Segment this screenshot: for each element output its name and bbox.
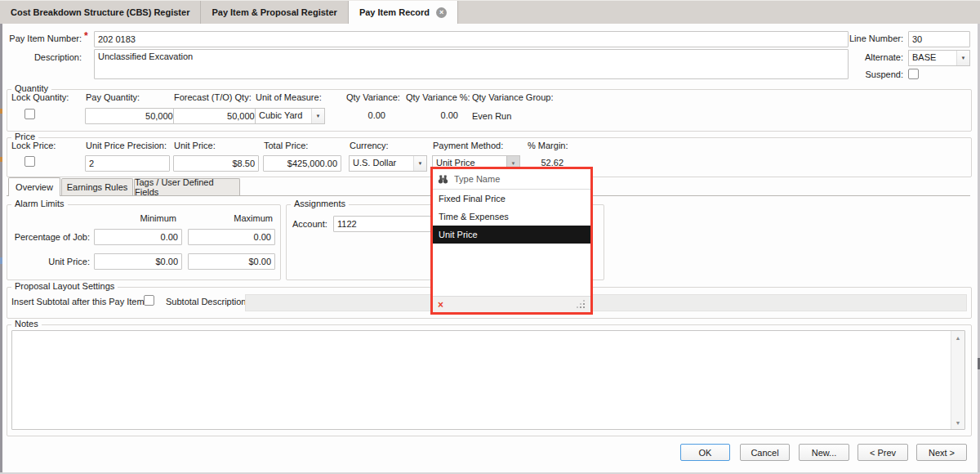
- dropdown-item-time-expenses[interactable]: Time & Expenses: [433, 208, 590, 226]
- lock-quantity-checkbox[interactable]: [24, 109, 35, 119]
- lock-price-checkbox[interactable]: [24, 156, 35, 167]
- prev-button[interactable]: < Prev: [858, 444, 908, 461]
- subtab-overview[interactable]: Overview: [8, 177, 60, 196]
- lock-quantity-label: Lock Quantity:: [11, 92, 69, 102]
- payment-method-dropdown-popup: Fixed Final Price Time & Expenses Unit P…: [430, 167, 593, 315]
- subtotal-description-label: Subtotal Description:: [166, 297, 249, 306]
- unit-price-max-input[interactable]: [188, 253, 275, 270]
- currency-combo[interactable]: U.S. Dollar ▼: [349, 155, 427, 172]
- ok-button[interactable]: OK: [680, 444, 730, 461]
- description-label: Description:: [7, 52, 82, 62]
- pay-quantity-label: Pay Quantity:: [86, 92, 140, 102]
- payment-method-label: Payment Method:: [433, 141, 503, 150]
- unit-of-measure-label: Unit of Measure:: [256, 92, 322, 102]
- dropdown-footer: ×: [433, 296, 590, 312]
- forecast-qty-label: Forecast (T/O) Qty:: [174, 92, 252, 102]
- close-tab-icon[interactable]: ×: [436, 7, 447, 18]
- pct-job-max-input[interactable]: [188, 229, 275, 245]
- quantity-legend: Quantity: [11, 83, 51, 93]
- description-input[interactable]: Unclassified Excavation: [94, 49, 849, 79]
- total-price-label: Total Price:: [264, 141, 308, 150]
- notes-scrollbar[interactable]: ▲ ▼: [951, 331, 964, 429]
- chevron-down-icon[interactable]: ▼: [311, 109, 324, 123]
- unit-price-precision-label: Unit Price Precision:: [86, 141, 167, 150]
- subtab-tags-user-defined-fields[interactable]: Tags / User Defined Fields: [134, 178, 240, 195]
- suspend-label: Suspend:: [848, 69, 903, 79]
- qty-variance-group-label: Qty Variance Group:: [472, 92, 553, 102]
- percentage-of-job-label: Percentage of Job:: [7, 232, 90, 242]
- account-label: Account:: [292, 219, 327, 229]
- unit-price-input[interactable]: [173, 155, 259, 172]
- pay-item-number-label: Pay Item Number:: [7, 34, 82, 43]
- edge-tick: [0, 157, 2, 162]
- total-price-input[interactable]: [263, 155, 341, 172]
- window-left-edge: [0, 24, 2, 474]
- notes-legend: Notes: [11, 319, 42, 329]
- edge-tick: [0, 109, 2, 114]
- subtab-earnings-rules[interactable]: Earnings Rules: [61, 178, 133, 195]
- margin-label: % Margin:: [528, 141, 568, 150]
- unit-price-min-input[interactable]: [94, 253, 182, 270]
- alternate-label: Alternate:: [848, 52, 903, 62]
- pay-item-record-window: Cost Breakdown Structure (CBS) Register …: [0, 0, 980, 474]
- minimum-header: Minimum: [92, 213, 176, 223]
- edge-tick: [0, 257, 2, 264]
- scroll-up-icon[interactable]: ▲: [951, 331, 964, 344]
- required-marker: *: [84, 30, 88, 42]
- unit-price-precision-input[interactable]: [85, 155, 170, 172]
- suspend-checkbox[interactable]: [908, 69, 919, 79]
- cancel-button[interactable]: Cancel: [740, 444, 790, 461]
- price-legend: Price: [11, 132, 38, 141]
- currency-label: Currency:: [350, 141, 389, 150]
- resize-grip[interactable]: [577, 301, 586, 309]
- tab-cbs-register[interactable]: Cost Breakdown Structure (CBS) Register: [0, 1, 201, 24]
- alarm-unit-price-label: Unit Price:: [7, 257, 90, 266]
- maximum-header: Maximum: [188, 213, 273, 223]
- lock-price-label: Lock Price:: [11, 141, 56, 150]
- alarm-limits-legend: Alarm Limits: [11, 199, 68, 208]
- subtotal-description-input[interactable]: [245, 294, 967, 311]
- unit-of-measure-combo[interactable]: Cubic Yard ▼: [255, 108, 325, 124]
- clear-selection-icon[interactable]: ×: [438, 300, 443, 310]
- unit-price-label: Unit Price:: [174, 141, 216, 150]
- qty-variance-pct-label: Qty Variance %:: [406, 92, 470, 102]
- line-number-label: Line Number:: [848, 34, 903, 43]
- tab-pay-item-record[interactable]: Pay Item Record ×: [349, 1, 458, 24]
- qty-variance-label: Qty Variance:: [346, 92, 400, 102]
- chevron-down-icon[interactable]: ▼: [413, 156, 426, 171]
- qty-variance-pct-value: 0.00: [406, 110, 458, 120]
- qty-variance-group-value: Even Run: [472, 111, 511, 121]
- binoculars-find-icon: [438, 175, 448, 184]
- chevron-down-icon[interactable]: ▼: [956, 51, 969, 65]
- insert-subtotal-label: Insert Subtotal after this Pay Item?: [11, 297, 149, 306]
- next-button[interactable]: Next >: [916, 444, 967, 461]
- line-number-input[interactable]: [908, 31, 970, 47]
- tab-pay-item-proposal-register[interactable]: Pay Item & Proposal Register: [201, 1, 348, 24]
- dropdown-item-unit-price[interactable]: Unit Price: [433, 226, 590, 244]
- assignments-legend: Assignments: [291, 199, 349, 208]
- dropdown-search-row: [433, 169, 590, 190]
- document-tab-bar: Cost Breakdown Structure (CBS) Register …: [0, 0, 980, 24]
- pct-job-min-input[interactable]: [94, 229, 182, 245]
- alternate-combo[interactable]: BASE ▼: [908, 50, 970, 66]
- pay-item-number-input[interactable]: [94, 31, 849, 47]
- new-button[interactable]: New...: [799, 444, 849, 461]
- insert-subtotal-checkbox[interactable]: [144, 295, 154, 306]
- proposal-layout-legend: Proposal Layout Settings: [11, 281, 118, 291]
- dropdown-search-input[interactable]: [452, 173, 586, 185]
- dropdown-item-fixed-final-price[interactable]: Fixed Final Price: [433, 190, 590, 208]
- scroll-down-icon[interactable]: ▼: [951, 416, 964, 429]
- notes-input[interactable]: [11, 330, 965, 430]
- qty-variance-value: 0.00: [346, 110, 385, 120]
